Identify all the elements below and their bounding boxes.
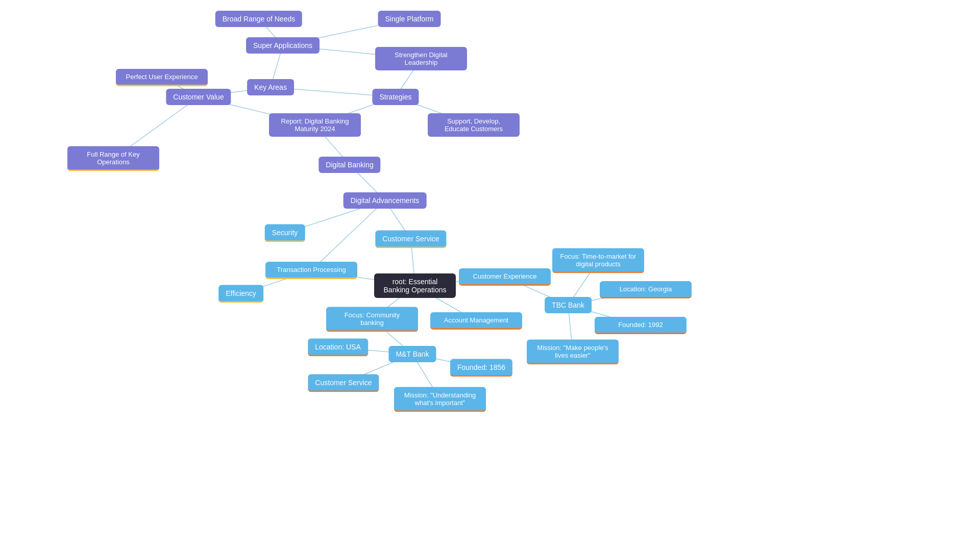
- node-focus-time[interactable]: Focus: Time-to-market for digital produc…: [552, 248, 644, 273]
- node-founded-1992[interactable]: Founded: 1992: [595, 317, 687, 334]
- mindmap-container: Broad Range of NeedsSingle PlatformSuper…: [0, 0, 980, 551]
- node-customer-value[interactable]: Customer Value: [166, 89, 231, 105]
- svg-line-16: [311, 201, 385, 270]
- node-location-usa[interactable]: Location: USA: [308, 339, 368, 357]
- node-mt-bank[interactable]: M&T Bank: [388, 346, 436, 362]
- node-broad-range[interactable]: Broad Range of Needs: [215, 11, 302, 27]
- node-root[interactable]: root: Essential Banking Operations: [374, 273, 456, 298]
- node-focus-community[interactable]: Focus: Community banking: [326, 307, 418, 332]
- node-perfect-ux[interactable]: Perfect User Experience: [116, 69, 208, 86]
- node-strategies[interactable]: Strategies: [372, 89, 419, 105]
- node-support-develop[interactable]: Support, Develop, Educate Customers: [428, 113, 520, 137]
- node-transaction-processing[interactable]: Transaction Processing: [265, 262, 357, 279]
- node-digital-banking[interactable]: Digital Banking: [318, 157, 380, 173]
- node-customer-experience[interactable]: Customer Experience: [459, 268, 551, 286]
- node-key-areas[interactable]: Key Areas: [247, 79, 294, 95]
- node-location-georgia[interactable]: Location: Georgia: [600, 281, 692, 298]
- node-report[interactable]: Report: Digital Banking Maturity 2024: [269, 113, 361, 137]
- node-efficiency[interactable]: Efficiency: [218, 285, 263, 303]
- node-mission-tbc[interactable]: Mission: "Make people's lives easier": [527, 340, 619, 365]
- node-super-apps[interactable]: Super Applications: [246, 37, 320, 54]
- node-security[interactable]: Security: [265, 224, 305, 242]
- node-full-range[interactable]: Full Range of Key Operations: [67, 146, 159, 171]
- node-account-management[interactable]: Account Management: [430, 312, 522, 330]
- node-single-platform[interactable]: Single Platform: [378, 11, 441, 27]
- node-mission-mt[interactable]: Mission: "Understanding what's important…: [394, 387, 486, 412]
- node-customer-service-bot[interactable]: Customer Service: [308, 374, 379, 392]
- node-founded-1856[interactable]: Founded: 1856: [450, 359, 512, 377]
- node-customer-service-top[interactable]: Customer Service: [375, 231, 446, 248]
- node-digital-adv[interactable]: Digital Advancements: [344, 192, 427, 209]
- node-tbc-bank[interactable]: TBC Bank: [545, 297, 592, 313]
- node-strengthen-digital[interactable]: Strengthen Digital Leadership: [375, 47, 467, 70]
